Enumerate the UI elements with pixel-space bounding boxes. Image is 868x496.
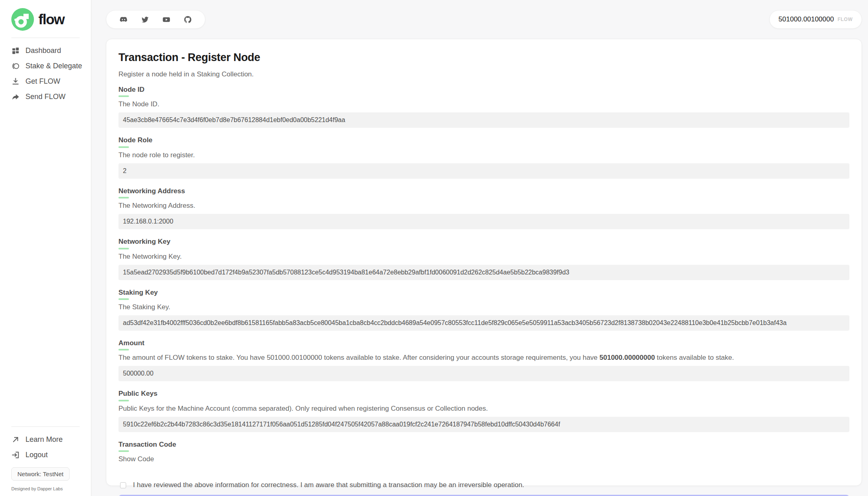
page-subtitle: Register a node held in a Staking Collec… [118, 70, 849, 78]
twitter-icon[interactable] [141, 15, 149, 24]
field-amount: Amount The amount of FLOW tokens to stak… [118, 339, 849, 390]
external-link-icon [11, 435, 20, 444]
networking-key-input[interactable] [118, 265, 849, 280]
node-id-input[interactable] [118, 112, 849, 128]
sidebar-item-label: Logout [25, 451, 48, 459]
flow-logo-wordmark: flow [38, 11, 64, 27]
sidebar-item-label: Send FLOW [25, 93, 65, 101]
youtube-icon[interactable] [162, 15, 171, 24]
label-underline [118, 146, 129, 148]
sidebar-item-learn-more[interactable]: Learn More [11, 432, 91, 447]
sidebar-footer: Learn More Logout Network: TestNet Desig… [0, 420, 91, 491]
label-underline [118, 450, 129, 452]
field-label: Networking Key [118, 238, 849, 249]
field-node-id: Node ID The Node ID. [118, 86, 849, 136]
send-icon [11, 93, 20, 101]
network-badge: Network: TestNet [11, 467, 70, 481]
field-label: Node ID [118, 86, 849, 97]
label-underline [118, 197, 129, 198]
flow-logo-icon [11, 8, 34, 31]
account-balance-pill: 501000.00100000 FLOW [769, 10, 862, 29]
field-label: Staking Key [118, 289, 849, 300]
field-description: The Node ID. [118, 100, 849, 108]
field-description: Public Keys for the Machine Account (com… [118, 405, 849, 413]
field-networking-key: Networking Key The Networking Key. [118, 238, 849, 288]
label-underline [118, 95, 129, 97]
sidebar-item-dashboard[interactable]: Dashboard [11, 43, 91, 58]
field-label: Public Keys [118, 390, 849, 401]
field-networking-address: Networking Address The Networking Addres… [118, 187, 849, 238]
balance-amount: 501000.00100000 [779, 15, 834, 23]
download-icon [11, 77, 20, 86]
available-to-stake-amount: 501000.00000000 [600, 354, 655, 361]
label-underline [118, 349, 129, 350]
dashboard-icon [11, 46, 20, 55]
sidebar-item-stake-delegate[interactable]: Stake & Delegate [11, 58, 91, 74]
sidebar-item-label: Learn More [25, 435, 63, 444]
field-description: The node role to register. [118, 151, 849, 159]
field-transaction-code: Transaction Code Show Code [118, 441, 849, 463]
show-code-toggle[interactable]: Show Code [118, 455, 154, 463]
confirmation-row: I have reviewed the above information fo… [120, 481, 849, 489]
flow-logo[interactable]: flow [0, 0, 91, 31]
field-staking-key: Staking Key The Staking Key. [118, 289, 849, 339]
sidebar-item-send-flow[interactable]: Send FLOW [11, 89, 91, 104]
field-description: The Networking Key. [118, 253, 849, 261]
label-underline [118, 298, 129, 300]
sidebar-item-label: Dashboard [25, 46, 61, 55]
field-label: Amount [118, 339, 849, 350]
transaction-card: Transaction - Register Node Register a n… [106, 39, 862, 486]
label-underline [118, 248, 129, 249]
logout-icon [11, 451, 20, 459]
field-label: Node Role [118, 136, 849, 148]
field-label: Transaction Code [118, 441, 849, 452]
sidebar-item-label: Get FLOW [25, 77, 60, 86]
page-title: Transaction - Register Node [118, 51, 849, 64]
field-description: The Staking Key. [118, 303, 849, 311]
sidebar-item-get-flow[interactable]: Get FLOW [11, 74, 91, 89]
social-links-pill [106, 10, 205, 29]
field-public-keys: Public Keys Public Keys for the Machine … [118, 390, 849, 440]
sidebar-nav: Dashboard Stake & Delegate Get FLOW Send… [0, 43, 91, 104]
sidebar-item-label: Stake & Delegate [25, 62, 82, 70]
github-icon[interactable] [184, 15, 192, 24]
main-area: 501000.00100000 FLOW Transaction - Regis… [91, 0, 868, 496]
field-description: The Networking Address. [118, 202, 849, 210]
confirm-text: I have reviewed the above information fo… [133, 481, 524, 489]
field-node-role: Node Role The node role to register. [118, 136, 849, 187]
credit-text: Designed by Dapper Labs [11, 486, 91, 491]
field-label: Networking Address [118, 187, 849, 198]
sidebar-divider [11, 38, 80, 38]
sidebar-footer-divider [11, 426, 80, 427]
staking-key-input[interactable] [118, 315, 849, 331]
balance-currency-label: FLOW [838, 17, 853, 22]
amount-input[interactable] [118, 366, 849, 381]
label-underline [118, 400, 129, 401]
node-role-input[interactable] [118, 163, 849, 179]
sidebar-footer-nav: Learn More Logout [0, 432, 91, 462]
discord-icon[interactable] [119, 15, 128, 24]
field-description: The amount of FLOW tokens to stake. You … [118, 354, 849, 362]
confirm-checkbox[interactable] [120, 482, 126, 488]
sidebar: flow Dashboard Stake & Delegate [0, 0, 91, 496]
topbar: 501000.00100000 FLOW [106, 10, 862, 29]
public-keys-input[interactable] [118, 417, 849, 432]
stake-delegate-icon [11, 62, 20, 70]
networking-address-input[interactable] [118, 214, 849, 229]
sidebar-item-logout[interactable]: Logout [11, 447, 91, 462]
